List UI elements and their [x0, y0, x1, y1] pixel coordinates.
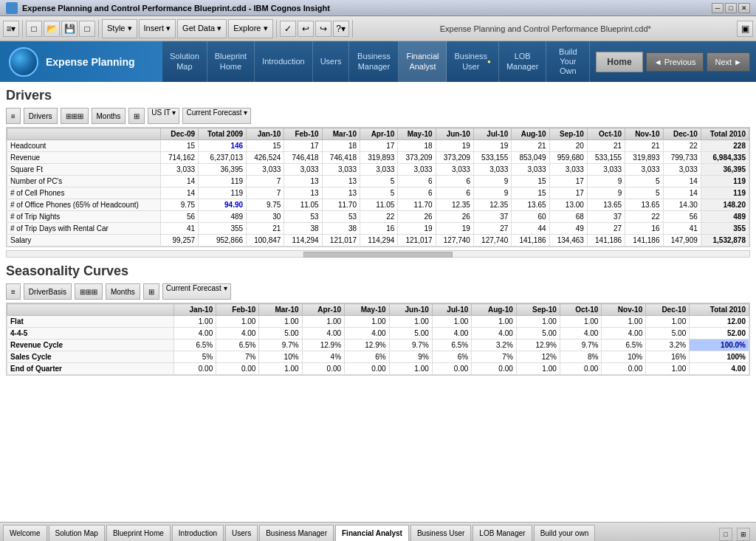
cell-value: 52.00 [690, 328, 749, 340]
cell-value: 56 [663, 211, 701, 223]
next-button[interactable]: Next ► [707, 52, 750, 72]
months-btn[interactable]: Months [92, 108, 126, 124]
check-icon[interactable]: ✓ [280, 21, 296, 37]
chart-icon2[interactable]: ⊞⊞⊞ [75, 283, 103, 300]
tab-build-your-own[interactable]: Build Your Own [546, 41, 590, 82]
cell-value: 68 [549, 211, 587, 223]
insert-menu[interactable]: Insert ▾ [139, 19, 176, 38]
btab-solution-map[interactable]: Solution Map [49, 525, 105, 541]
drivers-view-btn[interactable]: Drivers [24, 108, 58, 124]
driver-basis-btn[interactable]: DriverBasis [24, 283, 72, 300]
tab-business-user[interactable]: Business User ● [447, 41, 498, 82]
grid-icon2[interactable]: ⊞ [128, 108, 145, 124]
btab-financial-analyst[interactable]: Financial Analyst [335, 525, 409, 541]
cell-value: 13.00 [549, 199, 587, 211]
btab-users[interactable]: Users [225, 525, 258, 541]
cell-value: 1.00 [646, 363, 690, 375]
cell-value: 17 [284, 140, 322, 152]
btab-business-user[interactable]: Business User [410, 525, 471, 541]
redo-icon[interactable]: ↪ [315, 21, 331, 37]
cell-value: 1.00 [516, 316, 560, 328]
cell-value: 9 [587, 176, 625, 187]
cell-value: 4.00 [602, 328, 646, 340]
add-sheet-icon[interactable]: □ [719, 528, 732, 541]
tab-solution-map[interactable]: Solution Map [162, 41, 207, 82]
view-toggle-icon2[interactable]: ≡ [6, 283, 21, 300]
scroll-thumb[interactable] [303, 252, 452, 258]
btab-introduction[interactable]: Introduction [172, 525, 224, 541]
scol-mar10: Mar-10 [259, 304, 302, 316]
cell-value: 6% [432, 351, 471, 363]
drivers-table-container[interactable]: Dec-09 Total 2009 Jan-10 Feb-10 Mar-10 A… [6, 127, 750, 247]
cell-value: 13 [284, 176, 322, 187]
col-total2009: Total 2009 [199, 128, 247, 140]
chart-icon[interactable]: ⊞⊞⊞ [61, 108, 89, 124]
cell-value: 18 [322, 140, 360, 152]
cell-value: 4.00 [432, 328, 471, 340]
view-icon[interactable]: ▣ [737, 21, 753, 37]
btab-build-your-own[interactable]: Build your own [534, 525, 596, 541]
grid-view-icon[interactable]: ⊞ [737, 528, 750, 541]
cell-value: 127,740 [436, 235, 473, 247]
maximize-button[interactable]: □ [725, 3, 737, 13]
horizontal-scrollbar[interactable] [6, 250, 750, 258]
seasonality-toolbar: ≡ DriverBasis ⊞⊞⊞ Months ⊞ Current Forec… [6, 283, 750, 300]
open-icon[interactable]: 📂 [44, 21, 60, 37]
menu-icon[interactable]: ≡▾ [3, 21, 19, 37]
cell-value: 6,984,335 [701, 152, 749, 164]
row-label: End of Quarter [7, 363, 174, 375]
style-menu[interactable]: Style ▾ [102, 19, 137, 38]
cell-value: 746,418 [284, 152, 322, 164]
minimize-button[interactable]: ─ [712, 3, 724, 13]
cell-value: 355 [199, 223, 247, 235]
cell-value: 21 [625, 140, 663, 152]
col-may10: May-10 [398, 128, 436, 140]
save-icon[interactable]: 💾 [61, 21, 78, 37]
tab-introduction[interactable]: Introduction [255, 41, 312, 82]
us-it-select[interactable]: US IT ▾ [148, 108, 179, 124]
new-icon[interactable]: □ [26, 21, 42, 37]
undo-icon[interactable]: ↩ [298, 21, 314, 37]
btab-welcome[interactable]: Welcome [3, 525, 47, 541]
cell-value: 3,033 [160, 164, 198, 176]
view-toggle-icon[interactable]: ≡ [6, 108, 21, 124]
toolbar-filename: Expense Planning and Control Performance… [356, 24, 735, 33]
tab-users[interactable]: Users [313, 41, 350, 82]
cell-value: 1.00 [560, 316, 602, 328]
months-btn2[interactable]: Months [106, 283, 140, 300]
cell-value: 26 [398, 211, 436, 223]
seasonality-table-container[interactable]: Jan-10 Feb-10 Mar-10 Apr-10 May-10 Jun-1… [6, 303, 750, 376]
title-bar: Expense Planning and Control Performance… [0, 0, 756, 16]
tab-blueprint-home[interactable]: Blueprint Home [207, 41, 255, 82]
main-content: Drivers ≡ Drivers ⊞⊞⊞ Months ⊞ US IT ▾ C… [0, 82, 756, 522]
btab-business-manager[interactable]: Business Manager [259, 525, 334, 541]
save2-icon[interactable]: □ [79, 21, 95, 37]
cell-value: 3.2% [646, 340, 690, 351]
getdata-menu[interactable]: Get Data ▾ [177, 19, 227, 38]
forecast-select[interactable]: Current Forecast ▾ [182, 108, 251, 124]
cell-value: 714,162 [160, 152, 198, 164]
scol-apr10: Apr-10 [302, 304, 344, 316]
tab-business-manager[interactable]: Business Manager [349, 41, 399, 82]
table-row: Flat1.001.001.001.001.001.001.001.001.00… [7, 316, 749, 328]
previous-button[interactable]: ◄ Previous [646, 52, 704, 72]
btab-lob-manager[interactable]: LOB Manager [472, 525, 532, 541]
cell-value: 1,532,878 [701, 235, 749, 247]
window-controls[interactable]: ─ □ ✕ [712, 3, 750, 13]
home-button[interactable]: Home [596, 52, 642, 72]
cell-value: 5 [360, 187, 398, 199]
grid-icon3[interactable]: ⊞ [143, 283, 159, 300]
forecast-select2[interactable]: Current Forecast ▾ [162, 283, 231, 300]
close-button[interactable]: ✕ [738, 3, 750, 13]
cell-value: 14 [663, 187, 701, 199]
row-label: Revenue Cycle [7, 340, 174, 351]
help-icon[interactable]: ?▾ [333, 21, 349, 37]
table-row: Salary99,257952,866100,847114,294121,017… [7, 235, 749, 247]
cell-value: 36,395 [199, 164, 247, 176]
tab-financial-analyst[interactable]: Financial Analyst [399, 41, 447, 82]
cell-value: 4.00 [560, 328, 602, 340]
main-toolbar: ≡▾ □ 📂 💾 □ Style ▾ Insert ▾ Get Data ▾ E… [0, 16, 756, 41]
explore-menu[interactable]: Explore ▾ [228, 19, 272, 38]
tab-lob-manager[interactable]: LOB Manager [499, 41, 546, 82]
btab-blueprint-home[interactable]: Blueprint Home [106, 525, 171, 541]
